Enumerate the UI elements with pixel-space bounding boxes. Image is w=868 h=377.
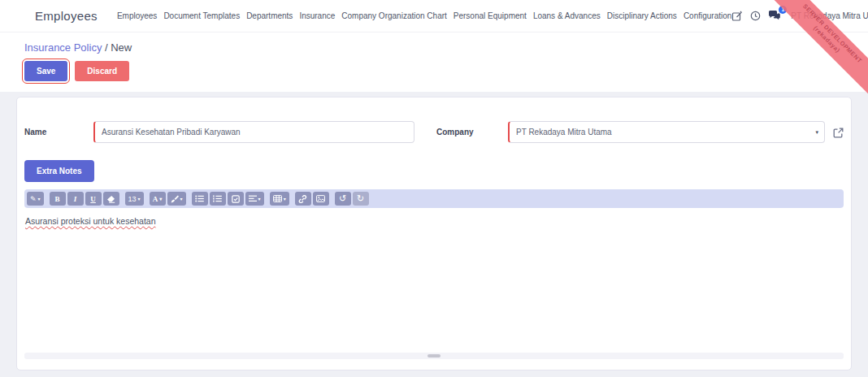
caret-down-icon: ▾ (138, 197, 141, 202)
company-select[interactable] (508, 121, 825, 143)
paragraph-align-dropdown-button[interactable]: ▾ (245, 192, 264, 206)
company-field-label: Company (436, 121, 508, 136)
menu-item-disciplinary-actions[interactable]: Disciplinary Actions (607, 11, 677, 20)
company-external-link-icon[interactable] (833, 127, 844, 141)
image-icon (316, 195, 325, 202)
font-color-dropdown-button[interactable]: A▾ (150, 192, 166, 206)
breadcrumb-separator: / (102, 41, 111, 54)
name-field-label: Name (24, 121, 93, 136)
top-navbar: Employees Employees Document Templates D… (0, 0, 868, 32)
remove-format-button[interactable] (103, 192, 119, 206)
editor-content-text: Asuransi proteksi untuk kesehatan (25, 216, 156, 226)
font-color-letter: A (153, 195, 158, 203)
caret-down-icon: ▾ (180, 197, 183, 202)
redo-icon: ↻ (357, 194, 364, 203)
menu-item-departments[interactable]: Departments (246, 11, 293, 20)
form-fields-row: Name Company ▾ (24, 98, 844, 143)
toolbar-group-history: ↺ ↻ (335, 192, 369, 206)
brush-icon (171, 195, 179, 203)
form-sheet: Name Company ▾ Extra Notes ✎▾ B I U (16, 97, 852, 370)
toolbar-group-lists: ▾ (192, 192, 264, 206)
breadcrumb-current: New (111, 41, 132, 54)
checklist-icon (232, 195, 240, 203)
pencil-icon: ✎ (30, 195, 37, 203)
breadcrumb: Insurance Policy / New (24, 41, 868, 54)
tab-extra-notes[interactable]: Extra Notes (24, 160, 94, 182)
action-buttons: Save Discard (24, 61, 868, 81)
toolbar-group-size: 13▾ (125, 192, 144, 206)
font-size-value: 13 (128, 195, 137, 203)
app-brand[interactable]: Employees (35, 9, 98, 23)
extra-notes-editor[interactable]: Asuransi proteksi untuk kesehatan (24, 208, 844, 344)
company-field-group: Company ▾ (436, 121, 844, 143)
bullet-list-icon (195, 195, 204, 202)
breadcrumb-parent-link[interactable]: Insurance Policy (24, 41, 102, 54)
link-icon (298, 195, 307, 203)
table-icon (273, 195, 282, 202)
caret-down-icon: ▾ (38, 197, 41, 202)
menu-item-company-organization-chart[interactable]: Company Organization Chart (341, 11, 447, 20)
save-button[interactable]: Save (24, 61, 67, 81)
menu-item-configuration[interactable]: Configuration (684, 11, 731, 20)
ordered-list-button[interactable] (210, 192, 226, 206)
messages-icon[interactable]: 1 (768, 9, 781, 24)
toolbar-group-table: ▾ (270, 192, 289, 206)
checklist-button[interactable] (228, 192, 244, 206)
caret-down-icon: ▾ (284, 197, 286, 202)
control-panel: Insurance Policy / New Save Discard (0, 32, 868, 92)
editor-resize-handle[interactable] (427, 354, 441, 358)
toolbar-group-color: A▾ ▾ (150, 192, 186, 206)
underline-button[interactable]: U (85, 192, 102, 206)
name-field-group: Name (24, 121, 414, 143)
align-left-icon (249, 195, 257, 202)
menu-item-insurance[interactable]: Insurance (299, 11, 335, 20)
toolbar-group-format: B I U (50, 192, 119, 206)
numbered-list-icon (213, 195, 222, 202)
editor-resize-bar (24, 353, 844, 359)
undo-icon: ↺ (339, 194, 346, 203)
redo-button[interactable]: ↻ (353, 192, 369, 206)
text-style-dropdown-button[interactable]: ✎▾ (27, 192, 44, 206)
caret-down-icon: ▾ (258, 197, 261, 202)
insert-link-button[interactable] (295, 192, 311, 206)
menu-item-loans-advances[interactable]: Loans & Advances (533, 11, 601, 20)
discard-button[interactable]: Discard (75, 61, 129, 81)
main-menu: Employees Document Templates Departments… (117, 11, 731, 20)
insert-table-dropdown-button[interactable]: ▾ (270, 192, 289, 206)
italic-button[interactable]: I (67, 192, 84, 206)
eraser-icon (106, 195, 115, 203)
insurance-policy-form-page: { "topbar": { "brand": "Employees", "men… (0, 0, 868, 377)
font-size-dropdown-button[interactable]: 13▾ (125, 192, 144, 206)
menu-item-employees[interactable]: Employees (117, 11, 157, 20)
unordered-list-button[interactable] (192, 192, 208, 206)
highlight-color-dropdown-button[interactable]: ▾ (167, 192, 186, 206)
toolbar-group-style: ✎▾ (27, 192, 44, 206)
systray: 1 PT Rekadaya Mitra Utama Administrator (731, 7, 868, 25)
active-company-switcher[interactable]: PT Rekadaya Mitra Utama (791, 11, 868, 20)
compose-note-icon[interactable] (731, 11, 743, 22)
company-select-wrap: ▾ (508, 121, 825, 143)
insert-image-button[interactable] (313, 192, 329, 206)
caret-down-icon: ▾ (159, 197, 162, 202)
activities-clock-icon[interactable] (750, 11, 761, 21)
toolbar-group-media (295, 192, 329, 206)
menu-item-document-templates[interactable]: Document Templates (163, 11, 240, 20)
editor-toolbar: ✎▾ B I U 13▾ A▾ ▾ (24, 189, 844, 208)
menu-item-personal-equipment[interactable]: Personal Equipment (454, 11, 527, 20)
bold-button[interactable]: B (50, 192, 66, 206)
undo-button[interactable]: ↺ (335, 192, 351, 206)
messages-count-badge: 1 (779, 6, 787, 14)
name-input[interactable] (93, 121, 414, 143)
